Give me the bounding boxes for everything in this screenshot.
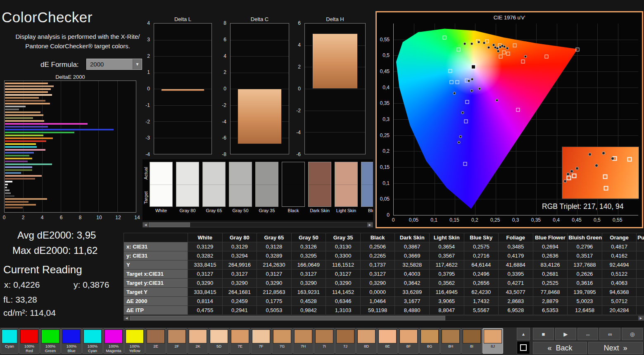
scroll-thumb[interactable] bbox=[149, 222, 190, 227]
column-header: Dark Skin bbox=[395, 233, 430, 242]
deltae-bar bbox=[5, 129, 114, 130]
row-label: Target Y bbox=[124, 288, 188, 297]
deltae-bar bbox=[5, 178, 35, 180]
axis-tick-label: -4 bbox=[289, 130, 301, 135]
scroll-right-button[interactable]: ▶ bbox=[367, 222, 373, 227]
row-label: ΔE 2000 bbox=[124, 297, 188, 306]
scroll-left-button[interactable]: ◀ bbox=[143, 222, 148, 227]
patch-button-5d[interactable]: 5D bbox=[209, 328, 229, 354]
table-cell: 0,2575 bbox=[464, 242, 499, 251]
scroll-thumb[interactable] bbox=[130, 316, 445, 320]
column-header: Bluish Green bbox=[568, 233, 602, 242]
swatch-label: Dark Skin bbox=[308, 208, 331, 213]
swatch-scrollbar[interactable]: ◀ ▶ bbox=[143, 222, 373, 227]
patch-color-swatch bbox=[273, 329, 291, 343]
patch-label: 8G bbox=[421, 344, 439, 353]
gridline bbox=[231, 40, 289, 40]
table-scrollbar[interactable]: ◀ ▶ bbox=[124, 315, 644, 321]
cie-target-marker bbox=[575, 48, 579, 52]
deltae-bar bbox=[5, 106, 26, 107]
table-cell: 0,6346 bbox=[326, 297, 361, 306]
patch-button-8h[interactable]: 8H bbox=[440, 328, 461, 354]
patch-button-8e[interactable]: 8E bbox=[377, 328, 398, 354]
table-cell: 0,3130 bbox=[326, 242, 361, 251]
back-arrow-icon: « bbox=[547, 344, 551, 353]
patch-label: 100% Magenta bbox=[105, 344, 123, 353]
scroll-right-button[interactable]: ▶ bbox=[638, 316, 644, 320]
patch-button-7h[interactable]: 7H bbox=[293, 328, 314, 354]
swatch-divider bbox=[150, 185, 172, 185]
patch-button-7e[interactable]: 7E bbox=[230, 328, 250, 354]
patch-button-7i[interactable]: 7I bbox=[314, 328, 335, 354]
column-header: Blue Flower bbox=[533, 233, 568, 242]
scroll-left-button[interactable]: ◀ bbox=[124, 316, 129, 320]
swatch-color bbox=[361, 162, 373, 207]
cie-current-marker bbox=[471, 64, 476, 69]
patch-button-7j[interactable]: 7J bbox=[335, 328, 356, 354]
table-cell: 0,3295 bbox=[291, 251, 326, 260]
table-cell: 94,6368 bbox=[602, 288, 637, 297]
patch-button-100-cyan[interactable]: 100% Cyan bbox=[82, 328, 103, 354]
patch-label: 100% Yellow bbox=[126, 344, 144, 353]
row-label: ΔE ITP bbox=[124, 306, 188, 315]
scroll-track[interactable] bbox=[129, 316, 638, 320]
patch-button-100-yellow[interactable]: 100% Yellow bbox=[124, 328, 145, 354]
cie-y-axis-labels: 00,050,10,150,20,250,30,350,40,450,50,55 bbox=[377, 24, 392, 215]
patch-button-100-red[interactable]: 100% Red bbox=[19, 328, 40, 354]
patch-button-2k[interactable]: 2K bbox=[188, 328, 208, 354]
rgb-triplet-readout: RGB Triplet: 217, 140, 94 bbox=[542, 202, 641, 211]
patch-label: 100% Red bbox=[20, 344, 38, 353]
table-cell: 0,4755 bbox=[188, 306, 223, 315]
axis-tick-label: 0,4 bbox=[377, 85, 390, 90]
patch-button-8d[interactable]: 8D bbox=[356, 328, 377, 354]
table-row: x: CIE310,31290,31290,31280,31260,31300,… bbox=[124, 242, 644, 251]
patch-color-swatch bbox=[315, 329, 333, 343]
swatch: Light Skin bbox=[335, 162, 358, 213]
deltae-bar bbox=[5, 135, 43, 136]
patch-button-100-blue[interactable]: 100% Blue bbox=[61, 328, 82, 354]
collapse-button[interactable]: ▴ bbox=[517, 328, 530, 340]
cie-target-marker bbox=[516, 108, 520, 111]
patch-label: 8H bbox=[442, 344, 460, 353]
gridline bbox=[154, 121, 211, 122]
patch-button-8i[interactable]: 8I bbox=[461, 328, 482, 354]
table-cell: 39,25 bbox=[637, 288, 644, 297]
inset-measurement-marker bbox=[611, 157, 614, 160]
patch-button-strip: Cyan100% Red100% Green100% Blue100% Cyan… bbox=[0, 328, 503, 354]
table-cell: 0,3485 bbox=[499, 242, 533, 251]
patch-button-2f[interactable]: 2F bbox=[166, 328, 187, 354]
next-button[interactable]: Next » bbox=[588, 342, 643, 354]
patch-window-button[interactable] bbox=[517, 341, 530, 354]
table-row: Target x:CIE310,31270,31270,31270,31270,… bbox=[124, 270, 644, 279]
table-cell: 0,0000 bbox=[360, 288, 395, 297]
column-header: Orange bbox=[602, 233, 637, 242]
step-button[interactable]: ↔ bbox=[577, 328, 599, 340]
deltae-bar bbox=[5, 111, 40, 113]
swatch-color bbox=[282, 162, 305, 207]
scroll-track[interactable] bbox=[148, 222, 367, 227]
patch-button-2e[interactable]: 2E bbox=[145, 328, 166, 354]
patch-button-7f[interactable]: 7F bbox=[251, 328, 271, 354]
table-cell: 0,2626 bbox=[568, 270, 602, 279]
patch-button-8g[interactable]: 8G bbox=[419, 328, 440, 354]
de-formula-dropdown[interactable]: 2000 ▼ bbox=[86, 59, 142, 70]
table-cell: 0,1737 bbox=[360, 260, 395, 270]
stop-button[interactable]: ■ bbox=[533, 328, 554, 340]
table-cell: 92,4494 bbox=[602, 260, 637, 270]
patch-button-8f[interactable]: 8F bbox=[398, 328, 419, 354]
patch-button-8j[interactable]: 8J bbox=[482, 328, 503, 354]
inset-target-marker bbox=[572, 174, 577, 178]
patch-button-100-green[interactable]: 100% Green bbox=[40, 328, 61, 354]
description-line-2: Pantone ColorChecker® target colors. bbox=[8, 42, 147, 51]
table-cell: 166,0649 bbox=[291, 260, 326, 270]
play-button[interactable]: ▶ bbox=[555, 328, 576, 340]
target-button[interactable]: ◎ bbox=[622, 328, 643, 340]
patch-button-100-magenta[interactable]: 100% Magenta bbox=[103, 328, 124, 354]
patch-button-cyan[interactable]: Cyan bbox=[0, 328, 19, 354]
patch-button-7g[interactable]: 7G bbox=[272, 328, 292, 354]
table-cell: 0,2716 bbox=[464, 251, 499, 260]
gridline bbox=[80, 81, 80, 212]
gridline bbox=[117, 81, 118, 212]
loop-button[interactable]: ∞ bbox=[599, 328, 620, 340]
back-button[interactable]: « Back bbox=[533, 342, 587, 354]
